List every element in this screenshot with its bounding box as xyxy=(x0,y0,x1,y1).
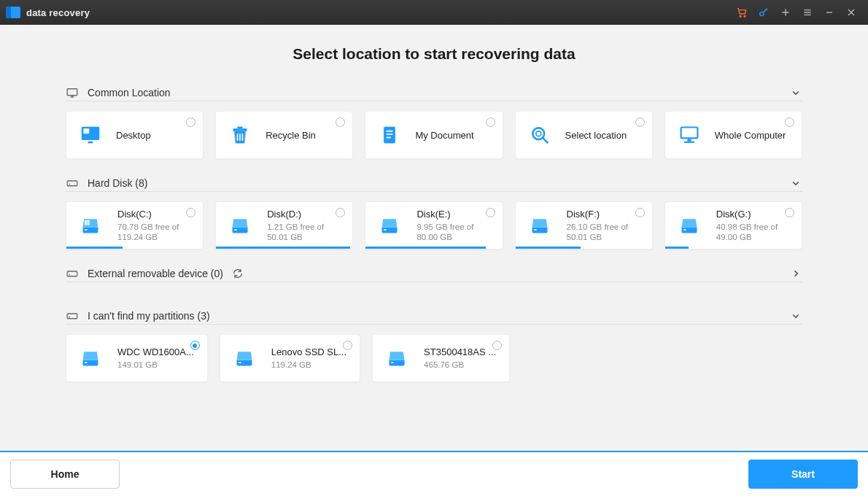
chevron-down-icon xyxy=(789,309,802,322)
disk-card[interactable]: Disk(D:)1.21 GB free of 50.01 GB xyxy=(215,201,353,249)
disk-card[interactable]: Disk(C:)70.78 GB free of 119.24 GB xyxy=(66,201,204,249)
partition-label: ST3500418AS ... xyxy=(424,346,496,357)
radio-indicator xyxy=(635,208,645,217)
disk-info: 9.95 GB free of 80.00 GB xyxy=(416,222,489,243)
titlebar: data recovery xyxy=(0,0,868,25)
radio-indicator xyxy=(486,117,495,127)
card-label: Desktop xyxy=(116,130,151,141)
lost-partitions-grid: WDC WD1600A...149.01 GBLenovo SSD SL...1… xyxy=(66,334,802,382)
lost-partition-card[interactable]: WDC WD1600A...149.01 GB xyxy=(66,334,208,382)
disk-info: 40.98 GB free of 49.00 GB xyxy=(716,222,788,243)
start-button[interactable]: Start xyxy=(748,460,858,489)
main-content: Select location to start recovering data… xyxy=(0,25,868,451)
partition-label: Lenovo SSD SL... xyxy=(271,346,346,357)
svg-rect-4 xyxy=(67,181,77,186)
partition-size: 119.24 GB xyxy=(271,360,346,370)
chevron-down-icon xyxy=(789,177,802,190)
home-button[interactable]: Home xyxy=(10,460,120,489)
drive-icon xyxy=(66,267,79,280)
section-label: Common Location xyxy=(88,87,780,98)
refresh-icon[interactable] xyxy=(232,268,244,279)
radio-indicator xyxy=(785,208,794,217)
disk-label: Disk(D:) xyxy=(267,209,339,220)
common-location-card[interactable]: Whole Computer xyxy=(664,111,802,159)
lost-partition-card[interactable]: ST3500418AS ...465.76 GB xyxy=(372,334,510,382)
footer: Home Start xyxy=(0,451,868,496)
disk-info: 26.10 GB free of 50.01 GB xyxy=(567,222,639,243)
section-header-lost[interactable]: I can't find my partitions (3) xyxy=(66,308,802,325)
radio-indicator xyxy=(186,117,195,127)
disk-info: 70.78 GB free of 119.24 GB xyxy=(117,222,190,243)
card-label: Recycle Bin xyxy=(266,130,316,141)
common-location-card[interactable]: My Document xyxy=(365,111,503,159)
radio-indicator xyxy=(343,341,352,350)
chevron-down-icon xyxy=(789,86,802,99)
card-label: Select location xyxy=(565,130,627,141)
drive-icon xyxy=(66,177,79,190)
radio-indicator xyxy=(486,208,495,217)
section-header-external[interactable]: External removable device (0) xyxy=(66,266,802,282)
usage-bar xyxy=(66,247,123,249)
minimize-icon[interactable] xyxy=(818,1,840,23)
cart-icon[interactable] xyxy=(731,1,753,23)
close-icon[interactable] xyxy=(840,1,862,23)
radio-indicator xyxy=(190,341,200,350)
partition-size: 465.76 GB xyxy=(424,360,496,370)
drive-icon xyxy=(66,309,79,322)
section-label: Hard Disk (8) xyxy=(88,177,780,189)
disk-card[interactable]: Disk(G:)40.98 GB free of 49.00 GB xyxy=(664,201,802,249)
svg-rect-6 xyxy=(67,314,77,319)
disk-label: Disk(E:) xyxy=(416,209,489,220)
monitor-icon xyxy=(66,86,79,99)
radio-indicator xyxy=(492,341,502,350)
menu-icon[interactable] xyxy=(797,1,818,23)
app-title: data recovery xyxy=(26,7,90,18)
disk-label: Disk(F:) xyxy=(567,209,639,220)
usage-bar xyxy=(665,247,689,249)
common-location-card[interactable]: Recycle Bin xyxy=(215,111,353,159)
page-title: Select location to start recovering data xyxy=(66,45,802,63)
common-location-grid: DesktopRecycle BinMy DocumentSelect loca… xyxy=(66,111,802,159)
radio-indicator xyxy=(336,208,345,217)
section-label: I can't find my partitions (3) xyxy=(88,310,780,322)
section-header-common[interactable]: Common Location xyxy=(66,85,802,101)
svg-rect-5 xyxy=(67,271,77,276)
radio-indicator xyxy=(635,117,645,127)
plus-icon[interactable] xyxy=(775,1,797,23)
card-label: Whole Computer xyxy=(715,130,786,141)
disk-info: 1.21 GB free of 50.01 GB xyxy=(267,222,339,243)
common-location-card[interactable]: Desktop xyxy=(66,111,204,159)
common-location-card[interactable]: Select location xyxy=(515,111,653,159)
radio-indicator xyxy=(186,208,195,217)
card-label: My Document xyxy=(415,130,473,141)
disk-label: Disk(C:) xyxy=(117,209,190,220)
chevron-right-icon xyxy=(789,267,802,280)
disk-label: Disk(G:) xyxy=(716,209,788,220)
key-icon[interactable] xyxy=(753,1,775,23)
radio-indicator xyxy=(785,117,794,127)
svg-rect-3 xyxy=(67,89,77,96)
lost-partition-card[interactable]: Lenovo SSD SL...119.24 GB xyxy=(220,334,360,382)
svg-point-2 xyxy=(760,12,764,15)
section-header-harddisk[interactable]: Hard Disk (8) xyxy=(66,175,802,192)
svg-point-1 xyxy=(744,15,745,17)
svg-point-0 xyxy=(740,15,741,17)
section-label: External removable device (0) xyxy=(88,268,223,279)
hard-disk-grid: Disk(C:)70.78 GB free of 119.24 GBDisk(D… xyxy=(66,201,802,249)
usage-bar xyxy=(365,247,486,249)
partition-size: 149.01 GB xyxy=(117,360,194,370)
partition-label: WDC WD1600A... xyxy=(117,346,194,357)
disk-card[interactable]: Disk(F:)26.10 GB free of 50.01 GB xyxy=(515,201,653,249)
disk-card[interactable]: Disk(E:)9.95 GB free of 80.00 GB xyxy=(365,201,503,249)
usage-bar xyxy=(516,247,581,249)
app-logo-icon xyxy=(6,7,20,18)
radio-indicator xyxy=(336,117,345,127)
usage-bar xyxy=(216,247,349,249)
